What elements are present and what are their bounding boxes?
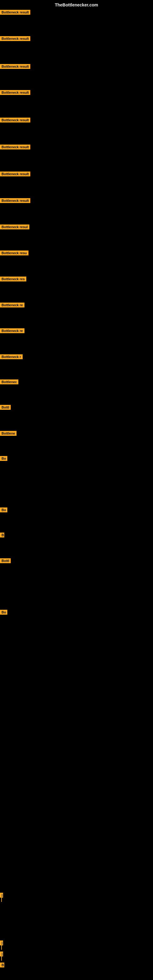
bottleneck-result-badge[interactable]: Bo [0,508,7,512]
bottleneck-badge-row: Bottleneck res [0,277,26,283]
bottleneck-badge-row: B [0,963,4,969]
bottleneck-badge-row: Bottl [0,558,11,565]
bottleneck-badge-row: B [0,533,4,539]
bottleneck-result-badge[interactable]: Bottleneck res [0,277,26,282]
bottleneck-result-badge[interactable]: Bottleneck result [0,172,30,177]
bottleneck-result-badge[interactable]: Bottlene [0,431,16,436]
bottleneck-badge-row: Bottl [0,405,11,411]
bottleneck-badge-row: Bottleneck result [0,145,30,151]
bottleneck-badge-row: Bottleneck result [0,172,30,178]
bottleneck-badge-row: Bottleneck re [0,328,24,334]
bottleneck-result-badge[interactable]: Bottleneck re [0,328,24,333]
bottleneck-result-badge[interactable]: Bottleneck result [0,36,30,41]
bottleneck-result-badge[interactable]: Bo [0,610,7,615]
bottleneck-result-badge[interactable]: B [0,963,4,967]
bottleneck-badge-row: Bottleneck result [0,90,30,96]
bottleneck-badge-row: Bottlene [0,431,16,437]
bottleneck-result-badge[interactable]: B [0,533,4,538]
bottleneck-result-badge[interactable]: Bottleneck result [0,90,30,95]
bottleneck-badge-row: Bottleneck resu [0,250,29,257]
bottleneck-badge-row: Bottlenec [0,379,18,385]
bottleneck-badge-row: Bottleneck r [0,354,22,360]
vertical-line-marker [1,951,2,961]
bottleneck-result-badge[interactable]: Bottleneck resul [0,224,29,229]
bottleneck-badge-row: Bottleneck result [0,10,30,16]
bottleneck-result-badge[interactable]: Bottleneck re [0,302,24,307]
vertical-line-marker [1,940,2,950]
bottleneck-badge-row: Bottleneck resul [0,224,29,231]
bottleneck-result-badge[interactable]: Bottleneck result [0,64,30,69]
bottleneck-badge-row: Bottleneck result [0,198,30,204]
vertical-line-marker [1,893,2,902]
bottleneck-result-badge[interactable]: Bottleneck result [0,10,30,15]
bottleneck-result-badge[interactable]: Bottleneck result [0,145,30,150]
bottleneck-badge-row: Bottleneck re [0,302,24,309]
bottleneck-badge-row: Bottleneck result [0,118,30,124]
bottleneck-result-badge[interactable]: Bottlenec [0,379,18,384]
bottleneck-result-badge[interactable]: Bottleneck result [0,198,30,203]
bottleneck-result-badge[interactable]: Bo [0,456,7,461]
bottleneck-result-badge[interactable]: Bottl [0,405,11,410]
bottleneck-badge-row: Bo [0,610,7,616]
site-title: TheBottlenecker.com [0,0,153,10]
bottleneck-badge-row: Bo [0,456,7,462]
bottleneck-result-badge[interactable]: Bottleneck result [0,118,30,123]
bottleneck-result-badge[interactable]: Bottleneck r [0,354,22,359]
bottleneck-result-badge[interactable]: Bottleneck resu [0,250,29,255]
bottleneck-result-badge[interactable]: Bottl [0,558,11,563]
bottleneck-badge-row: Bottleneck result [0,36,30,42]
bottleneck-badge-row: Bottleneck result [0,64,30,70]
bottleneck-badge-row: Bo [0,508,7,514]
